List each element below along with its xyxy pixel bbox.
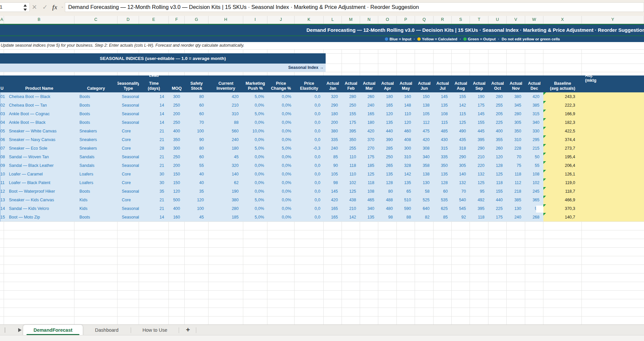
- cell[interactable]: 460: [397, 127, 415, 135]
- cell[interactable]: 250: [169, 118, 185, 127]
- cell[interactable]: 21: [139, 127, 169, 135]
- cell[interactable]: 185: [360, 161, 378, 170]
- header-cell[interactable]: PriceElasticity: [295, 75, 324, 92]
- cell[interactable]: 250: [378, 153, 397, 161]
- cell[interactable]: 82: [415, 213, 434, 221]
- cell[interactable]: 320: [208, 161, 243, 170]
- cell[interactable]: 14: [139, 101, 169, 110]
- cell[interactable]: 80: [185, 144, 208, 153]
- cell[interactable]: 0,0%: [267, 170, 295, 178]
- cell[interactable]: [582, 110, 644, 118]
- cell[interactable]: 295: [525, 135, 543, 144]
- cell[interactable]: 315: [525, 110, 543, 118]
- cell[interactable]: 0,0%: [243, 153, 267, 161]
- cell[interactable]: Sneaker — White Canvas: [4, 127, 74, 135]
- cell[interactable]: 90: [324, 161, 342, 170]
- cell[interactable]: 300: [397, 144, 415, 153]
- cell[interactable]: 440: [488, 196, 507, 204]
- cell[interactable]: 80: [185, 92, 208, 101]
- cell[interactable]: 240: [324, 144, 342, 153]
- cell[interactable]: 395: [470, 135, 488, 144]
- header-cell[interactable]: ActualApr: [378, 75, 397, 92]
- cell[interactable]: 245: [525, 187, 543, 196]
- cell[interactable]: 175: [342, 118, 360, 127]
- cell[interactable]: [582, 144, 644, 153]
- cell[interactable]: 0,0: [295, 187, 324, 196]
- cell[interactable]: 210: [342, 204, 360, 213]
- cell[interactable]: 0,0: [295, 170, 324, 178]
- cell[interactable]: 510: [397, 196, 415, 204]
- header-cell[interactable]: U: [0, 75, 4, 92]
- cell[interactable]: 150: [169, 170, 185, 178]
- cell[interactable]: [582, 161, 644, 170]
- cell[interactable]: -0,3: [295, 144, 324, 153]
- cell[interactable]: 0,0: [295, 92, 324, 101]
- cell[interactable]: Kids: [74, 196, 117, 204]
- cell[interactable]: 50: [525, 153, 543, 161]
- cell[interactable]: 110: [342, 170, 360, 178]
- cell[interactable]: 205: [488, 110, 507, 118]
- cell[interactable]: 0,0%: [267, 92, 295, 101]
- cell[interactable]: 0,0%: [243, 118, 267, 127]
- header-cell[interactable]: ActualJan: [324, 75, 342, 92]
- cell[interactable]: 318: [452, 144, 470, 153]
- cell[interactable]: 475: [415, 127, 434, 135]
- column-header-Y[interactable]: Y: [582, 16, 644, 24]
- cell[interactable]: 118: [360, 178, 378, 187]
- cell[interactable]: 95: [470, 187, 488, 196]
- cell[interactable]: 0,0%: [267, 187, 295, 196]
- cell[interactable]: 145: [324, 187, 342, 196]
- cell[interactable]: 14: [139, 118, 169, 127]
- header-cell[interactable]: MarketingPush %: [243, 75, 267, 92]
- cell[interactable]: 340: [525, 118, 543, 127]
- cell[interactable]: 380: [208, 196, 243, 204]
- cell[interactable]: 305: [507, 118, 525, 127]
- cell[interactable]: 145: [470, 110, 488, 118]
- cell[interactable]: 180: [208, 144, 243, 153]
- cell[interactable]: Core: [117, 135, 139, 144]
- cell[interactable]: 160: [397, 92, 415, 101]
- column-header-Q[interactable]: Q: [415, 16, 434, 24]
- cell[interactable]: 160: [169, 213, 185, 221]
- cell[interactable]: Sneaker — Eco Sole: [4, 144, 74, 153]
- cell[interactable]: 58: [415, 187, 434, 196]
- cell[interactable]: 560: [208, 127, 243, 135]
- cell[interactable]: 100: [185, 204, 208, 213]
- cell[interactable]: 420: [415, 135, 434, 144]
- cell[interactable]: 108: [360, 187, 378, 196]
- cell[interactable]: 130: [507, 204, 525, 213]
- cell[interactable]: 0,0%: [267, 101, 295, 110]
- cell[interactable]: 60: [185, 110, 208, 118]
- cell[interactable]: Boots: [74, 110, 117, 118]
- cell[interactable]: 35: [185, 187, 208, 196]
- cell[interactable]: Core: [117, 170, 139, 178]
- cell[interactable]: 5,0%: [243, 196, 267, 204]
- cell[interactable]: 21: [139, 135, 169, 144]
- column-header-U[interactable]: U: [488, 16, 507, 24]
- column-header-N[interactable]: N: [360, 16, 378, 24]
- cell[interactable]: 220: [470, 161, 488, 170]
- cell[interactable]: 14: [139, 92, 169, 101]
- cell[interactable]: 28: [139, 144, 169, 153]
- cell[interactable]: 92: [452, 213, 470, 221]
- cell[interactable]: [582, 118, 644, 127]
- column-header-I[interactable]: I: [243, 16, 267, 24]
- column-header-J[interactable]: J: [267, 16, 295, 24]
- cell[interactable]: 120: [185, 196, 208, 204]
- cell[interactable]: 02: [0, 101, 4, 110]
- cell[interactable]: 374,4: [543, 135, 582, 144]
- column-header-W[interactable]: W: [525, 16, 543, 24]
- cell[interactable]: 60: [434, 187, 452, 196]
- cell[interactable]: 0,0%: [243, 135, 267, 144]
- cell[interactable]: 190: [208, 187, 243, 196]
- cell[interactable]: [582, 101, 644, 110]
- column-header-A[interactable]: A: [0, 16, 4, 24]
- cell[interactable]: Seasonal: [117, 213, 139, 221]
- cell[interactable]: 350: [507, 127, 525, 135]
- cell[interactable]: 5,0%: [243, 144, 267, 153]
- cell[interactable]: 175: [360, 153, 378, 161]
- cell[interactable]: Seasonal: [117, 161, 139, 170]
- cell[interactable]: 21: [139, 161, 169, 170]
- cell[interactable]: 110: [397, 110, 415, 118]
- cell[interactable]: Seasonal: [117, 187, 139, 196]
